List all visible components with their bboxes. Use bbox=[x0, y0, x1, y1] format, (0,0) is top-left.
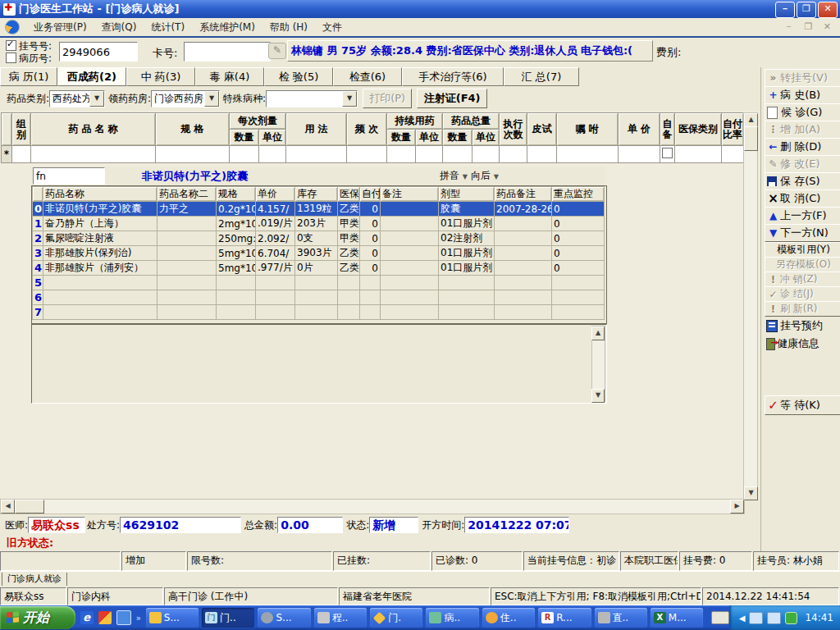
drug-row-selected[interactable]: 0 非诺贝特(力平之)胶囊力平之 0.2g*104.157/ 1319粒乙类 0… bbox=[33, 202, 605, 217]
refresh-button[interactable]: ! 刷 新(R) bbox=[765, 301, 840, 317]
tab-western-medicine[interactable]: 西成药(2) bbox=[57, 67, 126, 86]
tray-expand-icon[interactable]: ◀ bbox=[739, 614, 746, 623]
task-button-5[interactable]: 病.. bbox=[426, 608, 478, 628]
mdi-window-controls[interactable]: － ❐ ✕ bbox=[784, 21, 835, 33]
drug-category-select[interactable]: 西药处方 ▼ bbox=[49, 90, 105, 107]
regno-checkbox[interactable] bbox=[6, 40, 16, 51]
chevron-down-icon[interactable]: ▼ bbox=[204, 91, 219, 107]
stamp-icon[interactable]: ✎ bbox=[268, 43, 286, 59]
cardno-input[interactable] bbox=[184, 42, 271, 62]
menu-maintenance[interactable]: 系统维护(M) bbox=[192, 19, 262, 36]
tab-examination[interactable]: 检查(6) bbox=[333, 67, 402, 86]
doc-tab[interactable]: 门诊病人就诊 bbox=[2, 573, 67, 587]
close-button[interactable]: ✕ bbox=[818, 2, 838, 18]
tab-narcotics[interactable]: 毒 麻(4) bbox=[195, 67, 264, 86]
pinyin-mode-select[interactable]: 拼音 ▼ bbox=[440, 169, 468, 183]
ie-icon[interactable]: e bbox=[80, 611, 94, 624]
self-provided-checkbox[interactable] bbox=[662, 148, 673, 158]
task-button-1[interactable]: 门 门.. bbox=[202, 608, 254, 628]
paint-icon[interactable] bbox=[98, 611, 112, 624]
col-selfpay: 自付 bbox=[360, 187, 381, 202]
drug-row[interactable]: 1 奋乃静片（上海） 2mg*100.019/片 203片甲类 0 01口服片剂… bbox=[33, 217, 605, 231]
delete-button[interactable]: ← 删 除(D) bbox=[765, 138, 840, 156]
task-button-2[interactable]: S... bbox=[258, 608, 310, 628]
chevron-down-icon[interactable]: ▼ bbox=[342, 91, 357, 107]
shield-icon[interactable] bbox=[785, 612, 797, 624]
drug-row[interactable]: 2 氟尿嘧啶注射液 250mg:2.092/ 0支甲类 0 02注射剂 0 bbox=[33, 231, 605, 246]
task-button-7[interactable]: R R... bbox=[538, 608, 591, 628]
drug-search-input[interactable] bbox=[33, 167, 105, 185]
modify-button[interactable]: ✎ 修 改(E) bbox=[765, 155, 840, 173]
restore-button[interactable]: ❐ bbox=[797, 2, 816, 18]
col-name2: 药品名称二 bbox=[158, 187, 217, 202]
task-button-3[interactable]: 程.. bbox=[314, 608, 367, 628]
wait-button[interactable]: ✓ 等 待(K) bbox=[765, 395, 840, 415]
task-button-4[interactable]: 门. bbox=[370, 608, 422, 628]
network-icon[interactable] bbox=[767, 612, 781, 624]
drug-row-empty[interactable]: 7 bbox=[33, 305, 605, 320]
save-template-button[interactable]: 另存模板(O) bbox=[765, 257, 840, 272]
finish-visit-button[interactable]: ✓ 诊 结(J) bbox=[765, 286, 840, 302]
chevron-down-icon[interactable]: ▼ bbox=[89, 91, 104, 107]
desktop-icon[interactable] bbox=[116, 610, 131, 625]
grid-horizontal-scrollbar[interactable]: ◀ ▶ bbox=[0, 499, 745, 514]
menu-stats[interactable]: 统计(T) bbox=[144, 19, 192, 36]
task-button-9[interactable]: X M... bbox=[651, 608, 703, 628]
reg-appointment-button[interactable]: 挂号预约 bbox=[765, 317, 840, 334]
cancel-button[interactable]: × 取 消(C) bbox=[765, 189, 840, 208]
transfer-reg-button[interactable]: » 转挂号(V) bbox=[765, 69, 840, 87]
grid-vertical-scrollbar[interactable]: ▲ ▼ bbox=[743, 112, 758, 500]
scroll-down-icon[interactable]: ▼ bbox=[591, 389, 605, 403]
task-button-0[interactable]: S... bbox=[146, 608, 199, 628]
reg-seg-add: 增加 bbox=[121, 551, 186, 571]
old-rx-status-label: 旧方状态: bbox=[0, 535, 760, 551]
network-icon[interactable] bbox=[749, 612, 763, 624]
drug-row[interactable]: 4 非那雄胺片（浦列安） 5mg*10:.977/片 0片乙类 0 01口服片剂… bbox=[33, 261, 605, 276]
menu-business[interactable]: 业务管理(P) bbox=[26, 19, 94, 36]
plus-icon: + bbox=[767, 89, 779, 101]
menu-file[interactable]: 文件 bbox=[315, 19, 349, 36]
scroll-up-icon[interactable]: ▲ bbox=[744, 113, 758, 127]
scroll-left-icon[interactable]: ◀ bbox=[1, 500, 15, 514]
memo-scrollbar[interactable]: ▲ ▼ bbox=[591, 326, 605, 402]
scroll-thumb[interactable] bbox=[744, 126, 758, 151]
drug-row-empty[interactable]: 5 bbox=[33, 276, 605, 290]
task-button-8[interactable]: 直.. bbox=[595, 608, 647, 628]
injection-cert-button[interactable]: 注射证(F4) bbox=[417, 89, 487, 108]
prev-prescription-button[interactable]: ▲ 上一方(F) bbox=[765, 207, 840, 225]
tab-surgery[interactable]: 手术治疗等(6) bbox=[402, 67, 504, 86]
save-button[interactable]: 保 存(S) bbox=[765, 172, 840, 190]
tab-chinese-medicine[interactable]: 中 药(3) bbox=[126, 67, 195, 86]
drug-row-empty[interactable]: 6 bbox=[33, 290, 605, 305]
waiting-list-button[interactable]: 候 诊(G) bbox=[765, 103, 840, 121]
history-button[interactable]: + 病 史(B) bbox=[765, 86, 840, 104]
start-button[interactable]: 开始 bbox=[0, 606, 75, 629]
memo-panel[interactable]: ▲ ▼ bbox=[31, 324, 607, 404]
scroll-down-icon[interactable]: ▼ bbox=[744, 486, 758, 500]
tab-summary[interactable]: 汇 总(7) bbox=[504, 67, 579, 86]
direction-select[interactable]: 向后 ▼ bbox=[471, 169, 499, 183]
task-button-6[interactable]: 住.. bbox=[482, 608, 535, 628]
recordno-checkbox[interactable] bbox=[6, 52, 16, 63]
pharmacy-select[interactable]: 门诊西药房 ▼ bbox=[151, 90, 220, 107]
menu-query[interactable]: 查询(Q) bbox=[94, 19, 144, 36]
scroll-up-icon[interactable]: ▲ bbox=[591, 326, 605, 340]
tab-lab-test[interactable]: 检 验(5) bbox=[264, 67, 333, 86]
add-button[interactable]: ⋮ 增 加(A) bbox=[765, 121, 840, 139]
keyboard-icon[interactable] bbox=[711, 611, 729, 624]
menu-help[interactable]: 帮助 (H) bbox=[262, 19, 315, 36]
scroll-right-icon[interactable]: ▶ bbox=[730, 500, 744, 514]
minimize-button[interactable]: － bbox=[775, 2, 795, 18]
special-disease-select[interactable]: ▼ bbox=[266, 90, 358, 107]
reverse-button[interactable]: ! 冲 销(Z) bbox=[765, 272, 840, 287]
template-ref-button[interactable]: 模板引用(Y) bbox=[765, 242, 840, 258]
drug-row[interactable]: 3 非那雄胺片(保列治) 5mg*10:6.704/ 3903片乙类 0 01口… bbox=[33, 246, 605, 261]
tab-medical-record[interactable]: 病 历(1) bbox=[0, 67, 57, 86]
rx-time-label: 开方时间: bbox=[422, 518, 464, 532]
next-prescription-button[interactable]: ▼ 下一方(N) bbox=[765, 224, 840, 242]
health-info-button[interactable]: 健康信息 bbox=[765, 336, 840, 352]
empty-prescription-row[interactable]: * bbox=[2, 146, 744, 163]
chevrons-right-icon[interactable]: » bbox=[136, 614, 141, 623]
regno-input[interactable] bbox=[59, 42, 138, 62]
print-button[interactable]: 打印(P) bbox=[363, 89, 412, 108]
